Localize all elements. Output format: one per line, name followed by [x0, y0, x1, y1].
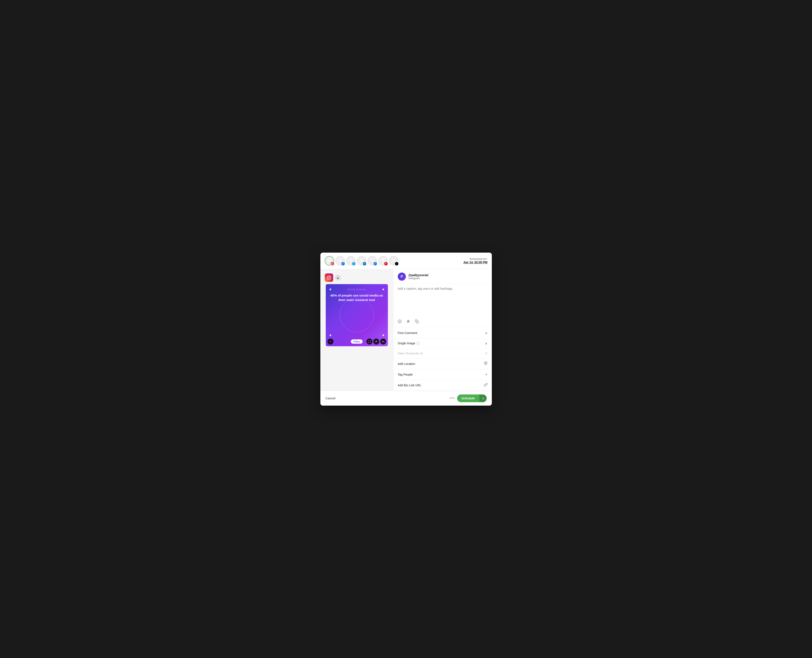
swap-button[interactable]: ⇄ [373, 338, 379, 345]
more-options-button[interactable]: ••• [380, 338, 386, 345]
add-bio-link-label: Add Bio Link URL [398, 384, 422, 387]
sparkle-top-right: ✦ [382, 287, 385, 292]
facebook-badge: f [342, 262, 345, 265]
preview-content: STATS & DATA 40% of people use social me… [326, 284, 388, 306]
tag-people-plus-icon: + [485, 372, 488, 377]
svg-point-5 [329, 276, 330, 277]
cancel-button[interactable]: Cancel [326, 396, 335, 400]
instagram-platform-icon[interactable] [324, 273, 333, 282]
right-panel: P @pallyysocial Instagram [393, 269, 492, 391]
first-comment-label: First Comment [398, 331, 417, 335]
svg-rect-3 [327, 276, 331, 279]
svg-point-4 [328, 277, 329, 278]
account-info: @pallyysocial Instagram [409, 273, 428, 280]
schedule-button-group: Schedule ∨ [457, 395, 486, 402]
single-image-header[interactable]: Single Image i ∨ [393, 338, 492, 348]
editor-toolbar [393, 317, 492, 328]
first-comment-chevron: ∨ [485, 331, 488, 335]
account-name: @pallyysocial [409, 273, 428, 277]
platform-icon-instagram[interactable]: P ✓ [324, 256, 334, 265]
platform-icon-letter: P [328, 258, 331, 263]
main-content: ▲ ✦ ✦ ✦ ✦ STATS & DATA 40% of people use… [320, 269, 492, 391]
single-image-accordion[interactable]: Single Image i ∨ [393, 338, 492, 349]
collapse-arrow[interactable]: ▲ [335, 275, 341, 281]
svg-line-12 [409, 320, 409, 323]
platform-icon-facebook2[interactable]: P f [368, 256, 377, 265]
schedule-info: Scheduled for: Apr 14, 02:00 PM [463, 257, 488, 264]
video-thumbnail-label: Video Thumbnail: 0s [398, 352, 423, 355]
link-icon [484, 383, 488, 388]
caption-area [393, 284, 492, 317]
svg-point-2 [332, 263, 333, 263]
sparkle-top-left: ✦ [329, 287, 332, 292]
platform-icons-list: P ✓ P f P t P in P [324, 256, 398, 265]
svg-point-14 [485, 362, 486, 363]
video-thumbnail-row: Video Thumbnail: 0s + [393, 349, 492, 359]
linkedin-badge: in [363, 262, 366, 265]
emoji-button[interactable] [397, 319, 403, 325]
media-control-group: ⇄ ••• [367, 338, 386, 345]
account-platform: Instagram [409, 277, 428, 280]
platform-icon-twitter[interactable]: P t [346, 256, 356, 265]
account-avatar: P [398, 273, 406, 281]
single-image-label: Single Image i [398, 342, 420, 345]
hashtag-button[interactable] [406, 319, 411, 325]
single-image-info-icon: i [416, 342, 420, 345]
platform-icon-letter: P [350, 258, 352, 263]
pinterest-badge: P [384, 262, 388, 265]
platform-icon-pinterest[interactable]: P P [378, 256, 388, 265]
platform-header: P ✓ P f P t P in P [320, 252, 492, 269]
platform-icon-letter: P [371, 258, 373, 263]
svg-line-11 [408, 320, 408, 323]
first-comment-header[interactable]: First Comment ∨ [393, 328, 492, 338]
instagram-icon-bar: ▲ [324, 273, 389, 282]
single-image-chevron: ∨ [485, 342, 488, 345]
svg-rect-13 [416, 321, 419, 323]
sparkle-bottom-left: ✦ [329, 333, 332, 338]
scheduled-for-label: Scheduled for: [463, 257, 488, 260]
first-comment-accordion[interactable]: First Comment ∨ [393, 328, 492, 338]
platform-icon-tiktok[interactable]: P ♪ [389, 256, 398, 265]
add-media-button[interactable]: + [328, 338, 334, 345]
schedule-date[interactable]: Apr 14, 02:00 PM [463, 260, 488, 264]
svg-point-1 [332, 263, 333, 264]
add-location-label: Add Location [398, 362, 415, 365]
platform-icon-letter: P [360, 258, 363, 263]
platform-icon-letter: P [382, 258, 384, 263]
add-location-row[interactable]: Add Location [393, 359, 492, 370]
caption-input[interactable] [398, 287, 488, 313]
stats-label: STATS & DATA [330, 288, 384, 291]
post-header: P @pallyysocial Instagram [393, 269, 492, 284]
platform-icon-linkedin[interactable]: P in [357, 256, 366, 265]
video-thumbnail-add-icon[interactable]: + [485, 351, 488, 356]
image-preview: ✦ ✦ ✦ ✦ STATS & DATA 40% of people use s… [326, 284, 388, 346]
platform-icon-letter: P [339, 258, 341, 263]
svg-point-6 [398, 320, 401, 323]
schedule-dropdown-button[interactable]: ∨ [479, 395, 487, 402]
tag-people-row[interactable]: Tag People + [393, 370, 492, 380]
left-panel: ▲ ✦ ✦ ✦ ✦ STATS & DATA 40% of people use… [320, 269, 393, 391]
svg-rect-0 [332, 263, 333, 265]
twitter-badge: t [352, 262, 356, 265]
facebook2-badge: f [373, 262, 377, 265]
footer-right: ••• Schedule ∨ [450, 395, 486, 402]
platform-icon-facebook[interactable]: P f [335, 256, 345, 265]
location-icon [484, 362, 488, 366]
more-options-footer-button[interactable]: ••• [450, 396, 455, 401]
avatar-letter: P [401, 275, 403, 279]
preview-headline: 40% of people use social media as their … [330, 293, 384, 302]
image-overlay-controls: + ⇄ ••• [326, 338, 388, 345]
modal-container: P ✓ P f P t P in P [320, 252, 492, 406]
copy-button[interactable] [414, 319, 420, 325]
tag-people-label: Tag People [398, 373, 413, 376]
expand-button[interactable] [367, 338, 373, 345]
add-bio-link-row[interactable]: Add Bio Link URL [393, 380, 492, 391]
schedule-button[interactable]: Schedule [457, 395, 479, 402]
platform-icon-letter: P [392, 258, 395, 263]
modal-footer: Cancel ••• Schedule ∨ [320, 391, 492, 406]
sparkle-bottom-right: ✦ [382, 333, 385, 338]
tiktok-badge: ♪ [395, 262, 398, 265]
